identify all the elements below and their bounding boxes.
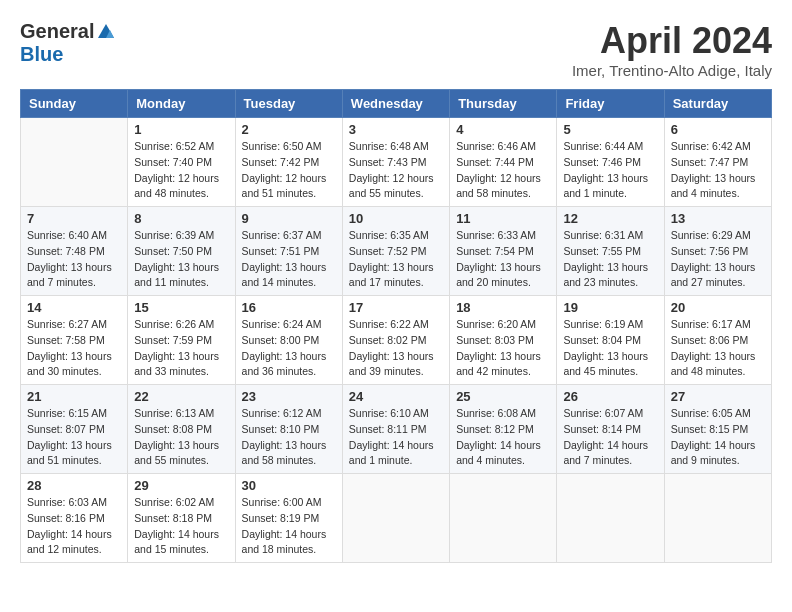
calendar-week-3: 14Sunrise: 6:27 AM Sunset: 7:58 PM Dayli… [21, 296, 772, 385]
day-number: 7 [27, 211, 121, 226]
day-info: Sunrise: 6:17 AM Sunset: 8:06 PM Dayligh… [671, 317, 765, 380]
logo-general-text: General [20, 20, 94, 43]
day-info: Sunrise: 6:15 AM Sunset: 8:07 PM Dayligh… [27, 406, 121, 469]
day-number: 11 [456, 211, 550, 226]
day-number: 25 [456, 389, 550, 404]
calendar-cell: 30Sunrise: 6:00 AM Sunset: 8:19 PM Dayli… [235, 474, 342, 563]
day-info: Sunrise: 6:42 AM Sunset: 7:47 PM Dayligh… [671, 139, 765, 202]
day-number: 30 [242, 478, 336, 493]
calendar-week-4: 21Sunrise: 6:15 AM Sunset: 8:07 PM Dayli… [21, 385, 772, 474]
day-info: Sunrise: 6:52 AM Sunset: 7:40 PM Dayligh… [134, 139, 228, 202]
day-info: Sunrise: 6:13 AM Sunset: 8:08 PM Dayligh… [134, 406, 228, 469]
day-info: Sunrise: 6:03 AM Sunset: 8:16 PM Dayligh… [27, 495, 121, 558]
calendar-cell: 12Sunrise: 6:31 AM Sunset: 7:55 PM Dayli… [557, 207, 664, 296]
day-number: 17 [349, 300, 443, 315]
day-number: 9 [242, 211, 336, 226]
calendar-cell: 21Sunrise: 6:15 AM Sunset: 8:07 PM Dayli… [21, 385, 128, 474]
calendar-cell: 28Sunrise: 6:03 AM Sunset: 8:16 PM Dayli… [21, 474, 128, 563]
column-header-wednesday: Wednesday [342, 90, 449, 118]
day-info: Sunrise: 6:08 AM Sunset: 8:12 PM Dayligh… [456, 406, 550, 469]
day-info: Sunrise: 6:33 AM Sunset: 7:54 PM Dayligh… [456, 228, 550, 291]
calendar-cell: 11Sunrise: 6:33 AM Sunset: 7:54 PM Dayli… [450, 207, 557, 296]
day-number: 8 [134, 211, 228, 226]
day-info: Sunrise: 6:29 AM Sunset: 7:56 PM Dayligh… [671, 228, 765, 291]
day-info: Sunrise: 6:48 AM Sunset: 7:43 PM Dayligh… [349, 139, 443, 202]
day-number: 24 [349, 389, 443, 404]
day-number: 10 [349, 211, 443, 226]
calendar-cell: 25Sunrise: 6:08 AM Sunset: 8:12 PM Dayli… [450, 385, 557, 474]
day-info: Sunrise: 6:27 AM Sunset: 7:58 PM Dayligh… [27, 317, 121, 380]
calendar-cell [21, 118, 128, 207]
calendar-cell: 27Sunrise: 6:05 AM Sunset: 8:15 PM Dayli… [664, 385, 771, 474]
day-number: 5 [563, 122, 657, 137]
column-header-sunday: Sunday [21, 90, 128, 118]
day-info: Sunrise: 6:50 AM Sunset: 7:42 PM Dayligh… [242, 139, 336, 202]
calendar-cell [557, 474, 664, 563]
day-number: 3 [349, 122, 443, 137]
day-number: 18 [456, 300, 550, 315]
calendar-cell: 18Sunrise: 6:20 AM Sunset: 8:03 PM Dayli… [450, 296, 557, 385]
day-number: 23 [242, 389, 336, 404]
day-info: Sunrise: 6:05 AM Sunset: 8:15 PM Dayligh… [671, 406, 765, 469]
calendar-week-5: 28Sunrise: 6:03 AM Sunset: 8:16 PM Dayli… [21, 474, 772, 563]
calendar-cell: 9Sunrise: 6:37 AM Sunset: 7:51 PM Daylig… [235, 207, 342, 296]
calendar-cell: 23Sunrise: 6:12 AM Sunset: 8:10 PM Dayli… [235, 385, 342, 474]
day-info: Sunrise: 6:44 AM Sunset: 7:46 PM Dayligh… [563, 139, 657, 202]
calendar-cell [664, 474, 771, 563]
calendar-cell: 7Sunrise: 6:40 AM Sunset: 7:48 PM Daylig… [21, 207, 128, 296]
calendar-week-2: 7Sunrise: 6:40 AM Sunset: 7:48 PM Daylig… [21, 207, 772, 296]
logo: General Blue [20, 20, 116, 66]
day-info: Sunrise: 6:24 AM Sunset: 8:00 PM Dayligh… [242, 317, 336, 380]
day-number: 28 [27, 478, 121, 493]
calendar-cell [450, 474, 557, 563]
day-number: 15 [134, 300, 228, 315]
day-info: Sunrise: 6:12 AM Sunset: 8:10 PM Dayligh… [242, 406, 336, 469]
calendar-cell: 13Sunrise: 6:29 AM Sunset: 7:56 PM Dayli… [664, 207, 771, 296]
day-info: Sunrise: 6:35 AM Sunset: 7:52 PM Dayligh… [349, 228, 443, 291]
day-number: 4 [456, 122, 550, 137]
day-number: 20 [671, 300, 765, 315]
calendar-cell: 16Sunrise: 6:24 AM Sunset: 8:00 PM Dayli… [235, 296, 342, 385]
calendar-header-row: SundayMondayTuesdayWednesdayThursdayFrid… [21, 90, 772, 118]
day-number: 1 [134, 122, 228, 137]
day-number: 27 [671, 389, 765, 404]
calendar-cell: 17Sunrise: 6:22 AM Sunset: 8:02 PM Dayli… [342, 296, 449, 385]
calendar-cell: 3Sunrise: 6:48 AM Sunset: 7:43 PM Daylig… [342, 118, 449, 207]
day-info: Sunrise: 6:31 AM Sunset: 7:55 PM Dayligh… [563, 228, 657, 291]
day-number: 2 [242, 122, 336, 137]
logo-icon [96, 22, 116, 42]
day-info: Sunrise: 6:02 AM Sunset: 8:18 PM Dayligh… [134, 495, 228, 558]
day-number: 13 [671, 211, 765, 226]
calendar-title: April 2024 [572, 20, 772, 62]
day-number: 6 [671, 122, 765, 137]
day-info: Sunrise: 6:10 AM Sunset: 8:11 PM Dayligh… [349, 406, 443, 469]
calendar-cell: 20Sunrise: 6:17 AM Sunset: 8:06 PM Dayli… [664, 296, 771, 385]
calendar-cell: 15Sunrise: 6:26 AM Sunset: 7:59 PM Dayli… [128, 296, 235, 385]
calendar-cell: 22Sunrise: 6:13 AM Sunset: 8:08 PM Dayli… [128, 385, 235, 474]
day-number: 29 [134, 478, 228, 493]
day-info: Sunrise: 6:37 AM Sunset: 7:51 PM Dayligh… [242, 228, 336, 291]
column-header-monday: Monday [128, 90, 235, 118]
page-header: General Blue April 2024 Imer, Trentino-A… [20, 20, 772, 79]
calendar-cell: 14Sunrise: 6:27 AM Sunset: 7:58 PM Dayli… [21, 296, 128, 385]
calendar-cell: 2Sunrise: 6:50 AM Sunset: 7:42 PM Daylig… [235, 118, 342, 207]
day-number: 12 [563, 211, 657, 226]
calendar-cell: 8Sunrise: 6:39 AM Sunset: 7:50 PM Daylig… [128, 207, 235, 296]
day-number: 26 [563, 389, 657, 404]
day-number: 16 [242, 300, 336, 315]
day-info: Sunrise: 6:39 AM Sunset: 7:50 PM Dayligh… [134, 228, 228, 291]
calendar-cell: 4Sunrise: 6:46 AM Sunset: 7:44 PM Daylig… [450, 118, 557, 207]
day-number: 19 [563, 300, 657, 315]
calendar-cell: 19Sunrise: 6:19 AM Sunset: 8:04 PM Dayli… [557, 296, 664, 385]
calendar-cell [342, 474, 449, 563]
day-info: Sunrise: 6:19 AM Sunset: 8:04 PM Dayligh… [563, 317, 657, 380]
day-number: 22 [134, 389, 228, 404]
calendar-week-1: 1Sunrise: 6:52 AM Sunset: 7:40 PM Daylig… [21, 118, 772, 207]
column-header-tuesday: Tuesday [235, 90, 342, 118]
calendar-cell: 5Sunrise: 6:44 AM Sunset: 7:46 PM Daylig… [557, 118, 664, 207]
day-info: Sunrise: 6:20 AM Sunset: 8:03 PM Dayligh… [456, 317, 550, 380]
logo-blue-text: Blue [20, 43, 63, 66]
column-header-saturday: Saturday [664, 90, 771, 118]
column-header-friday: Friday [557, 90, 664, 118]
day-info: Sunrise: 6:26 AM Sunset: 7:59 PM Dayligh… [134, 317, 228, 380]
